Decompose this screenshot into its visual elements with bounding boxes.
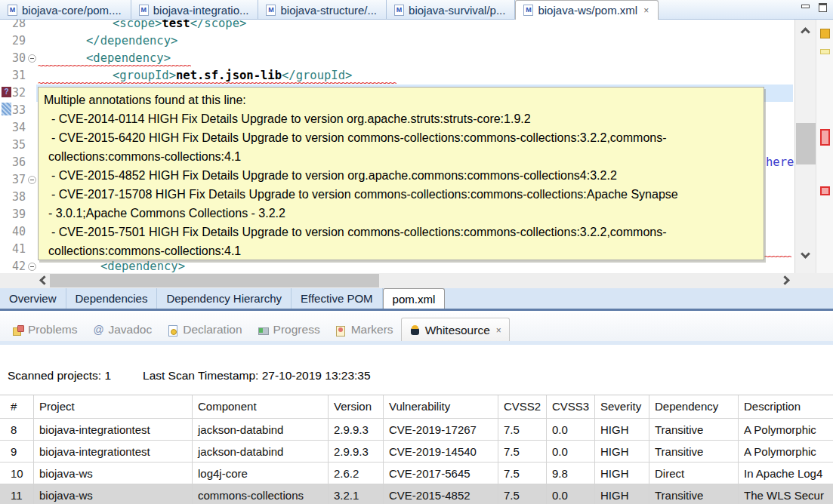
editor-tab-label: biojava-core/pom.... — [22, 4, 122, 17]
markers-icon — [335, 324, 347, 336]
vertical-scrollbar-thumb[interactable] — [796, 123, 816, 164]
tooltip-line: - CVE-2014-0114 HIGH Fix Details Upgrade… — [39, 109, 764, 128]
column-header[interactable]: Project — [34, 395, 193, 418]
maven-pom-file-icon — [394, 5, 404, 16]
tooltip-line: - CVE-2017-15708 HIGH Fix Details Upgrad… — [39, 185, 764, 204]
tooltip-line: - 3.0.1;Apache Commons Collections - 3.2… — [39, 204, 764, 223]
javadoc-icon — [92, 324, 104, 336]
column-header[interactable]: CVSS2 — [498, 395, 547, 418]
gutter-row: 31 — [0, 67, 36, 85]
editor-tabbar: biojava-core/pom....biojava-integratio..… — [0, 0, 833, 20]
editor-tab[interactable]: biojava-integratio... — [131, 0, 259, 20]
line-number: 37 — [0, 171, 26, 189]
fold-collapse-icon[interactable] — [28, 54, 36, 63]
editor-tab[interactable]: biojava-structure/... — [258, 0, 387, 20]
scroll-up-icon[interactable] — [801, 27, 810, 37]
column-header[interactable]: Dependency — [649, 395, 739, 418]
gutter-row: 36 — [0, 154, 36, 171]
column-header[interactable]: # — [0, 395, 34, 418]
pom-tab-pom-xml[interactable]: pom.xml — [383, 288, 446, 309]
code-token: </dependency> — [86, 34, 177, 48]
annotation-question-marker[interactable]: ? — [2, 87, 11, 97]
code-line[interactable]: </dependency> — [36, 32, 793, 50]
editor-tabs: biojava-core/pom....biojava-integratio..… — [0, 0, 659, 20]
table-cell: 2.9.9.3 — [329, 441, 384, 462]
occurrence-marker[interactable] — [820, 29, 830, 38]
pom-tab-dependencies[interactable]: Dependencies — [66, 288, 158, 309]
table-cell: 8 — [0, 419, 34, 440]
table-cell: In Apache Log4 — [739, 463, 833, 484]
code-token: test — [162, 20, 190, 30]
console-tab-whitesource[interactable]: Whitesource× — [401, 318, 510, 342]
table-row[interactable]: 9biojava-integrationtestjackson-databind… — [0, 441, 833, 463]
scroll-right-icon[interactable] — [779, 273, 793, 288]
pom-tab-overview[interactable]: Overview — [0, 288, 66, 309]
column-header[interactable]: Component — [193, 395, 329, 418]
editor-tab[interactable]: biojava-core/pom.... — [0, 0, 131, 20]
table-cell: CVE-2019-14540 — [384, 441, 498, 462]
table-row[interactable]: 11biojava-wscommons-collections3.2.1CVE-… — [0, 484, 833, 504]
maximize-icon[interactable] — [819, 3, 827, 12]
table-cell: log4j-core — [193, 463, 329, 484]
pom-tab-effective-pom[interactable]: Effective POM — [292, 288, 383, 309]
console-tab-javadoc[interactable]: Javadoc — [85, 318, 159, 342]
column-header[interactable]: Version — [329, 395, 384, 418]
gutter-row: 40 — [0, 223, 36, 241]
console-tab-label: Markers — [351, 323, 393, 337]
code-token: <dependency> — [100, 260, 185, 273]
console-tab-problems[interactable]: Problems — [5, 318, 85, 342]
scroll-left-icon[interactable] — [36, 273, 50, 288]
table-cell: commons-collections — [193, 484, 329, 504]
line-number: 40 — [0, 223, 26, 241]
editor-tab[interactable]: biojava-survival/p... — [387, 0, 515, 20]
console-tab-markers[interactable]: Markers — [328, 318, 401, 342]
column-header[interactable]: Description — [739, 395, 833, 418]
vertical-scrollbar[interactable] — [794, 20, 816, 273]
last-scan-timestamp: Last Scan Timestamp: 27-10-2019 13:23:35 — [143, 369, 371, 382]
xml-editor[interactable]: 2829303132?33343536373839404142 <scope>t… — [0, 20, 833, 273]
scroll-down-icon[interactable] — [801, 249, 810, 259]
console-tab-progress[interactable]: Progress — [250, 318, 328, 342]
column-header[interactable]: CVSS3 — [547, 395, 595, 418]
close-tab-icon[interactable]: × — [643, 6, 649, 15]
code-line[interactable]: <scope>test</scope> — [36, 20, 793, 32]
console-tabbar: ProblemsJavadocDeclarationProgressMarker… — [0, 313, 833, 345]
warning-marker[interactable] — [820, 49, 830, 54]
code-line[interactable]: <dependency> — [36, 258, 793, 273]
code-token: <scope> — [113, 20, 162, 30]
fold-collapse-icon[interactable] — [28, 176, 36, 184]
table-cell: biojava-integrationtest — [34, 441, 193, 462]
column-header[interactable]: Vulnerability — [384, 395, 498, 418]
table-header-row: #ProjectComponentVersionVulnerabilityCVS… — [0, 395, 833, 419]
minimize-icon[interactable] — [801, 3, 810, 12]
table-row[interactable]: 10biojava-wslog4j-core2.6.2CVE-2017-5645… — [0, 463, 833, 484]
maven-pom-file-icon — [139, 5, 149, 16]
horizontal-scrollbar[interactable] — [0, 273, 833, 288]
annotation-hatch-marker[interactable] — [2, 103, 11, 115]
close-tab-icon[interactable]: × — [496, 326, 501, 335]
whitesource-icon — [409, 324, 421, 336]
error-marker[interactable] — [820, 129, 830, 146]
fold-collapse-icon[interactable] — [28, 263, 36, 271]
gutter-row: 39 — [0, 206, 36, 223]
table-cell: 0.0 — [547, 484, 595, 504]
editor-tab-label: biojava-survival/p... — [409, 4, 505, 17]
line-number: 29 — [0, 32, 26, 50]
table-cell: CVE-2017-5645 — [384, 463, 498, 484]
horizontal-scrollbar-thumb[interactable] — [50, 274, 379, 287]
pom-tab-dependency-hierarchy[interactable]: Dependency Hierarchy — [157, 288, 292, 309]
table-cell: Direct — [649, 463, 739, 484]
table-cell: 9 — [0, 441, 34, 462]
code-token: here — [766, 155, 794, 169]
error-marker[interactable] — [820, 186, 830, 195]
editor-tab[interactable]: biojava-ws/pom.xml× — [515, 0, 659, 20]
table-cell: 11 — [0, 484, 34, 504]
table-cell: HIGH — [595, 484, 649, 504]
console-tab-declaration[interactable]: Declaration — [159, 318, 249, 342]
console-tab-label: Problems — [28, 323, 77, 337]
table-cell: Transitive — [649, 419, 739, 440]
table-row[interactable]: 8biojava-integrationtestjackson-databind… — [0, 419, 833, 441]
line-number: 34 — [0, 119, 26, 137]
tooltip-line: collections:commons-collections:4.1 — [39, 241, 764, 260]
column-header[interactable]: Severity — [595, 395, 649, 418]
